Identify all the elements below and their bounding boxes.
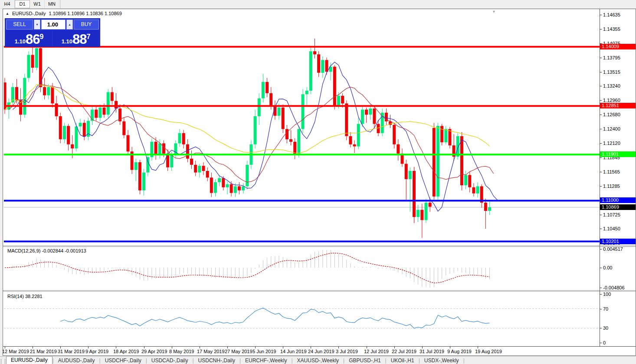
price-axis-tick-label: 1.12120 (603, 141, 635, 146)
candle (433, 123, 436, 200)
date-axis-tick-mark (60, 347, 61, 348)
toolbar-group-divider (60, 0, 61, 8)
axis-tick-mark (600, 172, 602, 172)
price-axis-tick-label: 1.12400 (603, 126, 635, 131)
candle (285, 125, 288, 144)
candle (242, 183, 245, 193)
volume-increase-button[interactable]: ▲ (66, 20, 73, 30)
macd-values: -0.002844 -0.001913 (42, 248, 86, 253)
date-axis-tick-mark (367, 347, 367, 348)
timeframe-button-w1[interactable]: W1 (30, 0, 45, 8)
pane-separator[interactable] (3, 246, 636, 247)
volume-input[interactable] (41, 20, 66, 30)
one-click-trading-panel: SELL ▼ ▲ BUY 1.10869 1.10887 (5, 18, 100, 47)
candle (214, 179, 217, 197)
candle (206, 167, 209, 181)
candle (309, 46, 312, 94)
sell-price-prefix: 1.10 (15, 38, 26, 45)
volume-decrease-button[interactable]: ▼ (34, 20, 40, 30)
candle (19, 88, 22, 121)
axis-tick-mark (600, 157, 602, 158)
macd-axis-label: 0.00 (603, 265, 635, 270)
candle (75, 123, 78, 151)
date-axis-label: 5 Jun 2019 (252, 349, 276, 354)
chart-tab-usdcnh-daily[interactable]: USDCNH-,Daily (194, 357, 239, 364)
price-axis-tick-label: 1.14355 (603, 26, 635, 32)
chart-tab-eurusd-daily[interactable]: EURUSD-,Daily (6, 356, 52, 364)
axis-tick-mark (600, 309, 602, 309)
date-axis-tick-mark (116, 347, 116, 348)
chart-tab-gbpusd-h1[interactable]: GBPUSD-,H1 (344, 357, 385, 364)
axis-tick-mark (600, 288, 602, 288)
timeframe-button-mn[interactable]: MN (45, 0, 59, 8)
candle (440, 124, 443, 146)
axis-tick-mark (600, 268, 602, 268)
macd-indicator-pane[interactable] (4, 247, 600, 290)
chart-tab-ukoil-h1[interactable]: UKOil-,H1 (387, 357, 419, 364)
chart-tab-usdcad-daily[interactable]: USDCAD-,Daily (147, 357, 193, 364)
candle (122, 118, 125, 138)
sell-button[interactable]: SELL (6, 20, 33, 30)
date-axis-label: 9 Apr 2019 (85, 349, 108, 354)
buy-price-big: 88 (72, 33, 86, 46)
candle (258, 93, 261, 125)
sell-price-display[interactable]: 1.10869 (6, 30, 52, 46)
pane-separator[interactable] (3, 290, 636, 292)
candle (302, 89, 305, 133)
macd-name: MACD(12,26,9) (7, 248, 40, 253)
date-axis-tick-mark (338, 347, 339, 348)
date-axis-tick-mark (478, 347, 478, 348)
macd-indicator-label: MACD(12,26,9) -0.002844 -0.001913 (7, 248, 86, 253)
candle (397, 139, 400, 161)
candle (333, 65, 336, 110)
candle (234, 183, 237, 197)
candle (51, 83, 54, 108)
buy-price-display[interactable]: 1.10887 (53, 30, 99, 46)
rsi-indicator-pane[interactable] (4, 292, 600, 346)
date-axis-label: 21 Mar 2019 (30, 349, 57, 354)
candle (357, 118, 360, 149)
buy-button[interactable]: BUY (74, 20, 99, 30)
date-axis-tick-mark (450, 347, 450, 348)
timeframe-button-h4[interactable]: H4 (0, 0, 15, 8)
macd-axis-label: 0.004517 (603, 246, 635, 252)
candle (127, 130, 130, 155)
buy-price-pipette: 7 (86, 33, 90, 41)
chart-tab-xauusd-weekly[interactable]: XAUUSD-,Weekly (293, 357, 343, 364)
candle (313, 39, 316, 59)
axis-tick-mark (600, 328, 602, 328)
candle (131, 147, 134, 174)
candle (27, 51, 30, 82)
candle (134, 159, 138, 181)
candle (262, 74, 265, 102)
axis-tick-mark (600, 249, 602, 249)
timeframe-button-d1[interactable]: D1 (15, 0, 30, 8)
candle (305, 87, 308, 106)
axis-tick-mark (600, 86, 602, 86)
candle (178, 129, 181, 147)
candle (444, 126, 447, 144)
price-axis-tick-label: 1.10450 (603, 226, 635, 231)
candle (23, 74, 26, 118)
candle (202, 162, 205, 175)
axis-tick-mark (600, 72, 602, 72)
chart-tab-usdchf-daily[interactable]: USDCHF-,Daily (101, 357, 146, 364)
chart-shift-marker-icon[interactable]: ▼ (492, 10, 496, 14)
sell-price-pipette: 9 (39, 33, 43, 41)
candle (401, 148, 404, 167)
chart-tab-audusd-daily[interactable]: AUDUSD-,Daily (54, 357, 99, 364)
date-axis-label: 24 Jun 2019 (308, 349, 334, 354)
candle (226, 181, 229, 195)
rsi-value: 38.2281 (25, 294, 43, 299)
date-axis-tick-mark (311, 347, 311, 348)
candle (150, 138, 153, 161)
chart-tab-usdx-weekly[interactable]: USDX-,Weekly (420, 357, 463, 364)
rsi-axis-label: 70 (603, 306, 635, 312)
date-axis-label: 19 Aug 2019 (475, 349, 502, 354)
macd-histogram (5, 250, 490, 288)
candle (480, 184, 483, 208)
date-axis-label: 12 Mar 2019 (2, 349, 29, 354)
chart-tab-eurchf-weekly[interactable]: EURCHF-,Weekly (241, 357, 291, 364)
axis-tick-mark (600, 100, 602, 101)
collapse-panel-icon[interactable]: ▲ (6, 12, 9, 16)
